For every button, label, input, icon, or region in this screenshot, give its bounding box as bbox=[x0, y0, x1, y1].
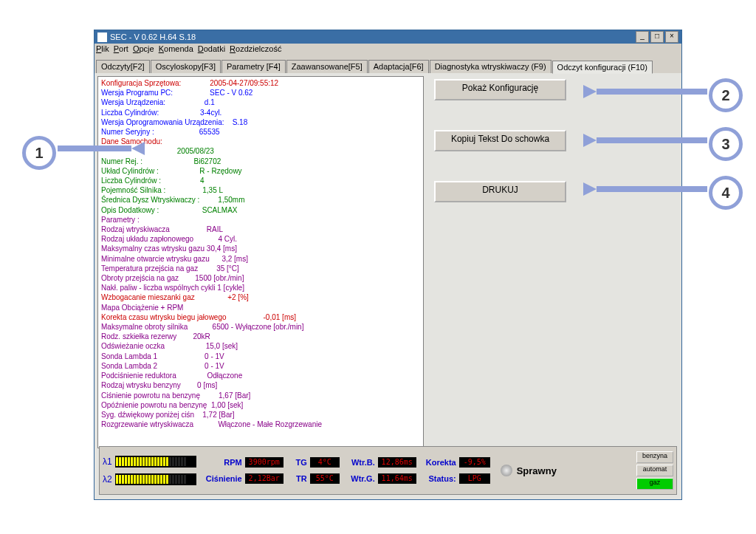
config-line: Maksymalne obroty silnika 6500 - Wyłączo… bbox=[101, 322, 420, 332]
config-line: Wzbogacanie mieszanki gaz +2 [%] bbox=[101, 292, 420, 302]
config-line: Opóźnienie powrotu na benzynę 1,00 [sek] bbox=[101, 400, 420, 410]
tab[interactable]: Odczyty[F2] bbox=[96, 60, 150, 73]
status-bar: λ1 λ2 RPM3900rpm Ciśnienie2,12Bar TG4°C … bbox=[99, 446, 677, 495]
config-line: 2005/08/23 bbox=[101, 146, 420, 156]
app-icon bbox=[97, 32, 107, 42]
callout-3: 3 bbox=[709, 127, 743, 161]
config-line: Układ Cylindrów : R - Rzędowy bbox=[101, 166, 420, 176]
config-line: Liczba Cylindrów: 3-4cyl. bbox=[101, 108, 420, 117]
window-title: SEC - V 0.62 H.64 S.18 bbox=[110, 30, 634, 44]
menu-item[interactable]: Dodatki bbox=[198, 44, 225, 53]
callout-1: 1 bbox=[22, 136, 56, 170]
config-line: Obroty przejścia na gaz 1500 [obr./min] bbox=[101, 273, 420, 283]
config-line: Nakł. paliw - liczba wspólnych cykli 1 [… bbox=[101, 283, 420, 292]
rpm-value: 3900rpm bbox=[245, 457, 284, 468]
wtrg-value: 11,64ms bbox=[378, 473, 416, 484]
config-line: Wersja Urządzenia: d.1 bbox=[101, 97, 420, 107]
pressure-label: Ciśnienie bbox=[201, 474, 242, 483]
config-line: Mapa Obciążenie + RPM bbox=[101, 303, 420, 312]
lambda1-bar bbox=[115, 456, 196, 468]
config-line: Parametry : bbox=[101, 215, 420, 225]
config-line: Wersja Programu PC: SEC - V 0.62 bbox=[101, 88, 420, 97]
pressure-value: 2,12Bar bbox=[245, 473, 284, 484]
config-line: Maksymalny czas wtrysku gazu 30,4 [ms] bbox=[101, 244, 420, 253]
titlebar[interactable]: SEC - V 0.62 H.64 S.18 _ □ × bbox=[94, 30, 681, 44]
wtrb-value: 12,86ms bbox=[378, 457, 416, 468]
config-line: Liczba Cylindrów : 4 bbox=[101, 176, 420, 185]
config-line: Sonda Lambda 2 0 - 1V bbox=[101, 361, 420, 371]
config-line: Syg. dźwiękowy poniżej ciśn 1,72 [Bar] bbox=[101, 410, 420, 420]
lambda1-label: λ1 bbox=[103, 456, 112, 467]
menu-item[interactable]: Port bbox=[114, 44, 128, 53]
config-line: Minimalne otwarcie wtrysku gazu 3,2 [ms] bbox=[101, 254, 420, 264]
korekta-label: Korekta bbox=[421, 458, 456, 467]
config-line: Odświeżanie oczka 15,0 [sek] bbox=[101, 341, 420, 351]
config-line: Pojemność Silnika : 1,35 L bbox=[101, 185, 420, 195]
config-text-panel: Konfiguracja Sprzętowa: 2005-04-27/09:55… bbox=[97, 76, 424, 448]
config-line: Numer Rej. : Bi62702 bbox=[101, 157, 420, 166]
config-line: Korekta czasu wtrysku biegu jałowego -0,… bbox=[101, 312, 420, 322]
tab[interactable]: Oscyloskopy[F3] bbox=[151, 60, 221, 73]
config-line: Numer Seryjny : 65535 bbox=[101, 127, 420, 137]
copy-text-button[interactable]: Kopiuj Tekst Do schowka bbox=[434, 130, 566, 151]
maximize-button[interactable]: □ bbox=[650, 31, 664, 43]
status-led-icon bbox=[501, 465, 512, 476]
callout-4: 4 bbox=[709, 176, 743, 210]
tab[interactable]: Diagnostyka wtryskiwaczy (F9) bbox=[430, 60, 551, 73]
tab[interactable]: Adaptacja[F6] bbox=[368, 60, 429, 73]
config-line: Dane Samochodu: bbox=[101, 137, 420, 146]
tg-label: TG bbox=[288, 458, 307, 467]
tab-bar: Odczyty[F2]Oscyloskopy[F3]Parametry [F4]… bbox=[94, 58, 681, 73]
automat-button[interactable]: automat bbox=[636, 465, 673, 476]
config-line: Ciśnienie powrotu na benzynę 1,67 [Bar] bbox=[101, 391, 420, 400]
arrow-4 bbox=[583, 184, 707, 194]
config-line: Konfiguracja Sprzętowa: 2005-04-27/09:55… bbox=[101, 78, 420, 88]
config-line: Podciśnienie reduktora Odłączone bbox=[101, 371, 420, 380]
arrow-1 bbox=[58, 143, 145, 154]
menu-item[interactable]: Rozdzielczość bbox=[230, 44, 281, 53]
config-line: Rodzaj wtryskiwacza RAIL bbox=[101, 225, 420, 234]
wtrb-label: Wtr.B. bbox=[344, 458, 375, 467]
config-line: Temperatura przejścia na gaz 35 [°C] bbox=[101, 264, 420, 273]
sprawny-label: Sprawny bbox=[517, 465, 557, 476]
status-value: LPG bbox=[459, 473, 490, 484]
config-line: Rodzaj wtrysku benzyny 0 [ms] bbox=[101, 380, 420, 390]
gaz-button[interactable]: gaz bbox=[636, 478, 673, 490]
benzyna-button[interactable]: benzyna bbox=[636, 451, 673, 463]
menu-item[interactable]: Plik bbox=[96, 44, 109, 53]
rpm-label: RPM bbox=[201, 458, 242, 467]
callout-2: 2 bbox=[709, 78, 743, 112]
app-window: SEC - V 0.62 H.64 S.18 _ □ × PlikPortOpc… bbox=[94, 30, 682, 500]
config-line: Opis Dodatkowy : SCALMAX bbox=[101, 205, 420, 215]
print-button[interactable]: DRUKUJ bbox=[434, 181, 566, 202]
minimize-button[interactable]: _ bbox=[636, 31, 649, 43]
config-line: Rodz. szkiełka rezerwy 20kR bbox=[101, 332, 420, 341]
tg-value: 4°C bbox=[310, 457, 340, 468]
arrow-2 bbox=[583, 86, 707, 97]
menubar: PlikPortOpcjeKomendaDodatkiRozdzielczość bbox=[94, 44, 681, 58]
show-config-button[interactable]: Pokaż Konfigurację bbox=[434, 79, 566, 100]
korekta-value: -9,5% bbox=[459, 457, 490, 468]
tab[interactable]: Parametry [F4] bbox=[221, 60, 286, 73]
lambda2-bar bbox=[115, 473, 196, 485]
menu-item[interactable]: Komenda bbox=[159, 44, 193, 53]
config-line: Wersja Oprogramowania Urządzenia: S.18 bbox=[101, 117, 420, 127]
status-label: Status: bbox=[421, 474, 456, 483]
lambda2-label: λ2 bbox=[103, 474, 112, 485]
tr-value: 55°C bbox=[310, 473, 340, 484]
config-line: Sonda Lambda 1 0 - 1V bbox=[101, 352, 420, 361]
close-button[interactable]: × bbox=[665, 31, 678, 43]
config-line: Rodzaj układu zapłonowego 4 Cyl. bbox=[101, 234, 420, 244]
wtrg-label: Wtr.G. bbox=[344, 474, 375, 483]
tab[interactable]: Zaawansowane[F5] bbox=[286, 60, 368, 73]
config-line: Rozgrzewanie wtryskiwacza Włączone - Mał… bbox=[101, 420, 420, 429]
tr-label: TR bbox=[288, 474, 307, 483]
config-line: Średnica Dysz Wtryskiwaczy : 1,50mm bbox=[101, 195, 420, 205]
menu-item[interactable]: Opcje bbox=[133, 44, 154, 53]
arrow-3 bbox=[583, 135, 707, 146]
tab[interactable]: Odczyt konfiguracji (F10) bbox=[552, 61, 653, 74]
